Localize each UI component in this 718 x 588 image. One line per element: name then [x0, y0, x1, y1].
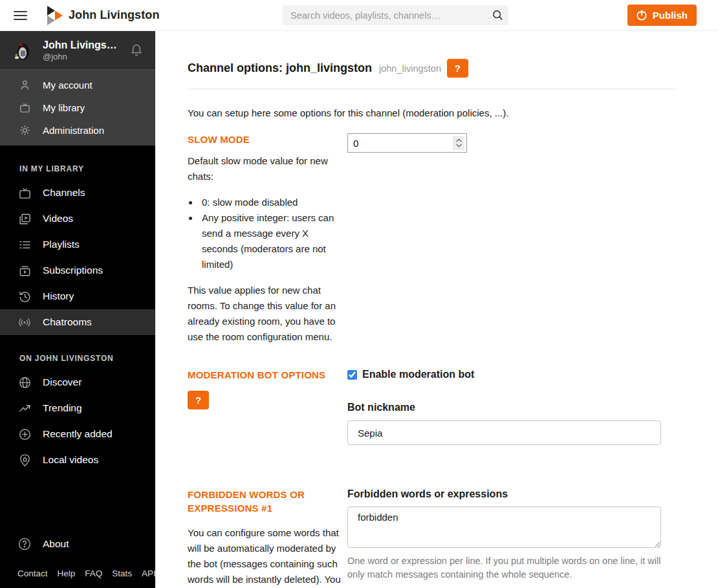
main-content: Channel options: john_livingston john_li…	[155, 31, 718, 588]
user-icon	[17, 79, 32, 91]
sidebar-item-label: Administration	[43, 125, 104, 136]
sidebar-item-label: Chatrooms	[43, 316, 92, 328]
sidebar-item-channels[interactable]: Channels	[0, 180, 155, 206]
sidebar-item-label: About	[43, 538, 69, 550]
sidebar-item-about[interactable]: About	[0, 531, 155, 557]
moderation-bot-section: MODERATION BOT OPTIONS ? Enable moderati…	[188, 369, 676, 445]
page-header: Channel options: john_livingston john_li…	[188, 59, 676, 78]
sidebar-item-label: Playlists	[43, 239, 80, 250]
tv-icon	[17, 186, 32, 200]
bot-nickname-input[interactable]	[347, 420, 661, 445]
slow-mode-label: SLOW MODE	[188, 133, 347, 146]
playlist-icon	[17, 238, 32, 252]
forbidden-words-help: One word or expression per line. If you …	[347, 554, 661, 582]
tv-icon	[17, 102, 32, 114]
sidebar-item-administration[interactable]: Administration	[0, 119, 155, 142]
sidebar-item-chatrooms[interactable]: Chatrooms	[0, 309, 155, 335]
slow-mode-note: This value applies for new chat rooms. T…	[188, 283, 347, 345]
divider	[188, 89, 676, 89]
sidebar-item-label: Local videos	[43, 454, 98, 466]
footer-link-help[interactable]: Help	[58, 569, 76, 578]
forbidden-words-field-label: Forbidden words or expressions	[347, 488, 661, 500]
top-bar: John Livingston Publish	[0, 0, 718, 31]
gear-icon	[17, 124, 32, 136]
video-play-icon	[17, 212, 32, 226]
enable-moderation-bot-checkbox[interactable]	[347, 370, 357, 380]
footer-link-contact[interactable]: Contact	[17, 569, 48, 578]
search-icon[interactable]	[486, 9, 508, 21]
user-block[interactable]: John Livings… @john	[0, 31, 155, 70]
forbidden-words-section: FORBIDDEN WORDS OR EXPRESSIONS #1 You ca…	[188, 488, 676, 588]
bullet-item: 0: slow mode disabled	[199, 195, 347, 210]
sidebar-item-label: Channels	[43, 187, 85, 199]
sidebar-item-trending[interactable]: Trending	[0, 395, 155, 421]
sidebar-item-history[interactable]: History	[0, 283, 155, 309]
subscriptions-icon	[17, 264, 32, 278]
sidebar-item-label: Videos	[43, 213, 73, 224]
sidebar-item-label: Discover	[43, 376, 82, 388]
search-input[interactable]	[283, 5, 486, 25]
upload-icon	[635, 9, 648, 22]
slow-mode-input[interactable]	[347, 133, 467, 153]
sidebar-item-label: My account	[43, 80, 92, 91]
menu-toggle-button[interactable]	[5, 0, 35, 31]
enable-moderation-bot-label[interactable]: Enable moderation bot	[362, 369, 474, 380]
bot-nickname-label: Bot nickname	[347, 402, 661, 413]
moderation-bot-help-button[interactable]: ?	[188, 391, 209, 409]
sidebar-item-label: History	[43, 290, 74, 302]
search-box	[283, 5, 508, 25]
sidebar-item-my-library[interactable]: My library	[0, 96, 155, 119]
account-menu: My account My library	[0, 70, 155, 146]
footer-link-api[interactable]: API	[142, 569, 156, 578]
history-clock-icon	[17, 290, 32, 303]
channel-name: john_livingston	[286, 61, 372, 74]
peertube-logo-icon	[47, 6, 63, 25]
slow-mode-description: Default slow mode value for new chats:	[188, 153, 347, 184]
sidebar-item-label: Subscriptions	[43, 265, 103, 276]
broadcast-icon	[17, 316, 32, 329]
number-stepper[interactable]	[453, 136, 464, 150]
globe-icon	[17, 376, 32, 389]
sidebar-item-subscriptions[interactable]: Subscriptions	[0, 257, 155, 283]
publish-label: Publish	[653, 10, 688, 21]
slow-mode-input-wrap	[347, 133, 467, 153]
channel-help-button[interactable]: ?	[447, 59, 468, 78]
publish-button[interactable]: Publish	[627, 5, 697, 26]
sidebar-item-playlists[interactable]: Playlists	[0, 232, 155, 257]
footer-link-faq[interactable]: FAQ	[85, 569, 102, 578]
footer-link-stats[interactable]: Stats	[112, 569, 132, 578]
enable-bot-row: Enable moderation bot	[347, 369, 661, 380]
instance-home-link[interactable]: John Livingston	[47, 6, 160, 25]
slow-mode-section: SLOW MODE Default slow mode value for ne…	[188, 133, 676, 345]
avatar	[12, 39, 34, 61]
user-handle: @john	[43, 52, 117, 61]
notifications-bell-icon[interactable]	[127, 40, 146, 61]
home-pin-icon	[17, 453, 32, 467]
sidebar: John Livings… @john My account	[0, 31, 155, 588]
sidebar-item-recently-added[interactable]: Recently added	[0, 421, 155, 447]
bullet-item: Any positive integer: users can send a m…	[199, 210, 347, 272]
section-title-on-instance: ON JOHN LIVINGSTON	[19, 354, 155, 363]
sidebar-item-videos[interactable]: Videos	[0, 206, 155, 232]
sidebar-item-label: Trending	[43, 402, 82, 414]
forbidden-words-description: You can configure some words that will b…	[188, 525, 347, 588]
question-circle-icon	[17, 537, 32, 551]
trending-up-icon	[17, 402, 32, 415]
sidebar-footer-links: Contact Help FAQ Stats API	[0, 557, 155, 588]
user-display-name: John Livings…	[43, 39, 117, 51]
plus-circle-icon	[17, 428, 32, 441]
forbidden-words-label: FORBIDDEN WORDS OR EXPRESSIONS #1	[188, 488, 347, 515]
sidebar-item-local-videos[interactable]: Local videos	[0, 447, 155, 473]
section-title-in-my-library: IN MY LIBRARY	[19, 164, 155, 173]
sidebar-item-label: Recently added	[43, 428, 113, 440]
forbidden-words-textarea[interactable]: forbidden	[347, 506, 661, 548]
instance-title: John Livingston	[69, 8, 160, 22]
sidebar-item-discover[interactable]: Discover	[0, 369, 155, 395]
page-title: Channel options: john_livingston	[188, 61, 372, 75]
sidebar-item-label: My library	[43, 102, 85, 113]
channel-name-muted: john_livingston	[379, 63, 441, 74]
intro-text: You can setup here some options for this…	[188, 107, 676, 118]
slow-mode-bullets: 0: slow mode disabled Any positive integ…	[188, 195, 347, 272]
sidebar-item-my-account[interactable]: My account	[0, 74, 155, 96]
moderation-bot-label: MODERATION BOT OPTIONS	[188, 369, 347, 382]
